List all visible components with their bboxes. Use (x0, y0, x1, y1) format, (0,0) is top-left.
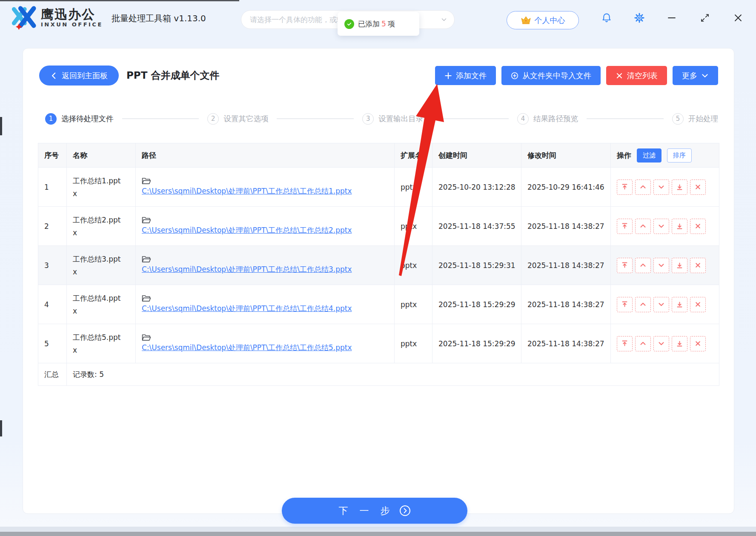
user-center-button[interactable]: 个人中心 (507, 11, 579, 29)
move-up-icon (639, 222, 647, 230)
move-bottom-button[interactable] (672, 219, 687, 234)
file-name: 工作总结1.pptx (73, 174, 123, 200)
table-row[interactable]: 1 工作总结1.pptx C:\Users\sqmil\Desktop\处理前\… (38, 168, 719, 207)
folder-icon (142, 216, 151, 224)
app-logo: 鹰迅办公 INXUN OFFICE (10, 4, 103, 31)
created-time: 2025-11-18 15:29:29 (438, 298, 518, 311)
more-button[interactable]: 更多 (673, 66, 718, 85)
move-bottom-icon (676, 262, 683, 269)
notifications-button[interactable] (601, 12, 612, 23)
delete-row-button[interactable] (690, 336, 706, 351)
close-icon (733, 13, 743, 23)
step-3-output-dir: 3 设置输出目录 (362, 113, 423, 125)
toolbar: 返回到主面板 PPT 合并成单个文件 添加文件 从文件夹中导入文件 (39, 66, 718, 86)
table-row[interactable]: 4 工作总结4.pptx C:\Users\sqmil\Desktop\处理前\… (38, 285, 719, 324)
add-files-button[interactable]: 添加文件 (435, 66, 496, 85)
back-to-dashboard-button[interactable]: 返回到主面板 (39, 66, 119, 86)
logo-subtitle: INXUN OFFICE (41, 21, 103, 28)
move-bottom-button[interactable] (672, 336, 687, 351)
table-row[interactable]: 2 工作总结2.pptx C:\Users\sqmil\Desktop\处理前\… (38, 207, 719, 246)
delete-row-button[interactable] (690, 219, 706, 234)
move-top-button[interactable] (617, 180, 633, 195)
created-time: 2025-11-18 14:37:55 (438, 220, 518, 233)
file-ext: pptx (395, 168, 432, 207)
move-bottom-button[interactable] (672, 258, 687, 273)
app-title: 批量处理工具箱 v1.13.0 (112, 13, 206, 24)
move-top-button[interactable] (617, 219, 633, 234)
chevron-down-icon[interactable] (441, 16, 447, 23)
move-up-icon (639, 340, 647, 347)
delete-icon (694, 183, 702, 191)
move-down-button[interactable] (653, 297, 669, 312)
created-time: 2025-11-18 15:29:31 (438, 259, 518, 272)
modified-time: 2025-11-18 14:38:27 (527, 298, 607, 311)
move-bottom-button[interactable] (672, 297, 687, 312)
file-path-link[interactable]: C:\Users\sqmil\Desktop\处理前\PPT\工作总结\工作总结… (142, 265, 352, 274)
table-row[interactable]: 3 工作总结3.pptx C:\Users\sqmil\Desktop\处理前\… (38, 246, 719, 285)
move-down-icon (658, 262, 665, 269)
move-down-icon (658, 222, 665, 230)
close-button[interactable] (733, 13, 743, 23)
main-panel: 返回到主面板 PPT 合并成单个文件 添加文件 从文件夹中导入文件 (23, 48, 734, 514)
resize-button[interactable] (700, 13, 710, 23)
folder-icon (142, 177, 151, 185)
import-from-folder-button[interactable]: 从文件夹中导入文件 (501, 66, 601, 85)
move-up-icon (639, 262, 647, 269)
minimize-button[interactable] (667, 13, 676, 23)
next-step-button[interactable]: 下 一 步 (282, 498, 467, 524)
delete-row-button[interactable] (690, 180, 706, 195)
window-bottom-edge (0, 527, 756, 532)
user-center-label: 个人中心 (535, 15, 565, 26)
move-top-icon (621, 222, 628, 230)
move-down-button[interactable] (653, 219, 669, 234)
file-path-link[interactable]: C:\Users\sqmil\Desktop\处理前\PPT\工作总结\工作总结… (142, 343, 352, 352)
move-top-button[interactable] (617, 258, 633, 273)
move-bottom-icon (676, 222, 683, 230)
delete-row-button[interactable] (690, 258, 706, 273)
check-circle-icon (344, 19, 354, 29)
summary-label: 汇总 (38, 363, 67, 386)
file-ext: pptx (395, 324, 432, 363)
move-down-button[interactable] (653, 258, 669, 273)
table-row[interactable]: 5 工作总结5.pptx C:\Users\sqmil\Desktop\处理前\… (38, 324, 719, 363)
move-up-button[interactable] (635, 297, 651, 312)
sort-button[interactable]: 排序 (667, 148, 692, 163)
move-down-icon (658, 340, 665, 347)
move-top-button[interactable] (617, 297, 633, 312)
file-path-link[interactable]: C:\Users\sqmil\Desktop\处理前\PPT\工作总结\工作总结… (142, 187, 352, 195)
folder-icon (142, 255, 151, 263)
file-name: 工作总结4.pptx (73, 292, 123, 317)
move-down-button[interactable] (653, 180, 669, 195)
delete-icon (694, 262, 702, 269)
move-up-button[interactable] (635, 180, 651, 195)
circle-arrow-right-icon (399, 505, 411, 516)
clear-list-button[interactable]: 清空列表 (606, 66, 667, 85)
filter-button[interactable]: 过滤 (637, 148, 662, 163)
move-top-button[interactable] (617, 336, 633, 351)
move-up-button[interactable] (635, 336, 651, 351)
title-bar: 鹰迅办公 INXUN OFFICE 批量处理工具箱 v1.13.0 已添加5项 … (0, 0, 756, 35)
summary-row: 汇总 记录数: 5 (38, 363, 719, 386)
chevron-left-icon (50, 72, 58, 80)
file-path-link[interactable]: C:\Users\sqmil\Desktop\处理前\PPT\工作总结\工作总结… (142, 304, 352, 313)
desktop-edge-artifact (0, 117, 2, 135)
modified-time: 2025-11-18 14:38:27 (527, 220, 607, 233)
move-up-button[interactable] (635, 219, 651, 234)
toast-prefix: 已添加 (358, 20, 380, 28)
logo-x-icon (10, 4, 37, 31)
file-name: 工作总结3.pptx (73, 253, 123, 278)
move-bottom-button[interactable] (672, 180, 687, 195)
logo-title: 鹰迅办公 (41, 8, 103, 21)
app-window: 鹰迅办公 INXUN OFFICE 批量处理工具箱 v1.13.0 已添加5项 … (0, 0, 756, 536)
desktop-taskbar-edge (0, 532, 756, 536)
step-connector (432, 118, 509, 119)
delete-row-button[interactable] (690, 297, 706, 312)
move-down-icon (658, 301, 665, 308)
move-up-button[interactable] (635, 258, 651, 273)
resize-icon (700, 13, 710, 23)
move-down-button[interactable] (653, 336, 669, 351)
step-indicator: 1 选择待处理文件 2 设置其它选项 3 设置输出目录 4 结果路径预览 5 开… (45, 112, 718, 125)
created-time: 2025-11-18 15:29:29 (438, 337, 518, 350)
file-path-link[interactable]: C:\Users\sqmil\Desktop\处理前\PPT\工作总结\工作总结… (142, 226, 352, 234)
settings-button[interactable] (634, 12, 645, 23)
